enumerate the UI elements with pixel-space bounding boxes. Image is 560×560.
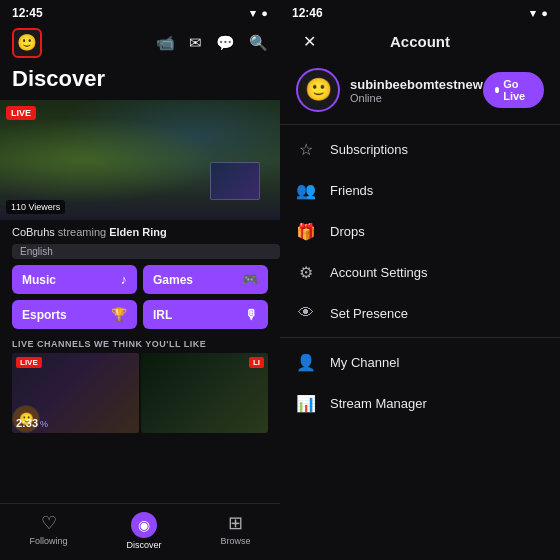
right-status-bar: 12:46 ▾ ●: [280, 0, 560, 24]
settings-icon: ⚙: [296, 263, 316, 282]
browse-label: Browse: [220, 536, 250, 546]
live-channels-label: LIVE CHANNELS WE THINK YOU'LL LIKE: [0, 337, 280, 353]
nav-browse[interactable]: ⊞ Browse: [220, 512, 250, 550]
menu-item-drops[interactable]: 🎁 Drops: [280, 211, 560, 252]
irl-icon: 🎙: [245, 307, 258, 322]
discover-icon: ◉: [131, 512, 157, 538]
divider-2: [280, 337, 560, 338]
left-top-bar: 🙂 📹 ✉ 💬 🔍: [0, 24, 280, 64]
following-icon: ♡: [41, 512, 57, 534]
account-title: Account: [390, 33, 450, 50]
following-label: Following: [29, 536, 67, 546]
games-icon: 🎮: [242, 272, 258, 287]
stream-manager-icon: 📊: [296, 394, 316, 413]
menu-item-stream-manager[interactable]: 📊 Stream Manager: [280, 383, 560, 424]
games-label: Games: [153, 273, 193, 287]
avatar[interactable]: 🙂: [296, 68, 340, 112]
top-icons: 📹 ✉ 💬 🔍: [156, 34, 268, 52]
account-settings-label: Account Settings: [330, 265, 428, 280]
avatar-button[interactable]: 🙂: [12, 28, 42, 58]
stream-info: CoBruhs streaming Elden Ring: [0, 220, 280, 242]
video-icon[interactable]: 📹: [156, 34, 175, 52]
music-category-button[interactable]: Music ♪: [12, 265, 137, 294]
esports-label: Esports: [22, 308, 67, 322]
irl-label: IRL: [153, 308, 172, 322]
browse-icon: ⊞: [228, 512, 243, 534]
games-category-button[interactable]: Games 🎮: [143, 265, 268, 294]
live-channels-grid: LIVE 🙂 LI: [0, 353, 280, 503]
profile-info: subinbeebomtestnew Online: [350, 77, 483, 104]
esports-category-button[interactable]: Esports 🏆: [12, 300, 137, 329]
right-wifi-icon: ▾: [530, 7, 536, 20]
divider-1: [280, 124, 560, 125]
live-channel-card-2[interactable]: LI: [141, 353, 268, 433]
avatar-small-1: 🙂: [12, 405, 40, 433]
signal-icon: ●: [261, 7, 268, 19]
menu-item-set-presence[interactable]: 👁 Set Presence: [280, 293, 560, 333]
irl-category-button[interactable]: IRL 🎙: [143, 300, 268, 329]
account-profile: 🙂 subinbeebomtestnew Online Go Live: [280, 62, 560, 120]
thumb-scene-1: LIVE 🙂: [12, 353, 139, 433]
live-badge-1: LIVE: [16, 357, 42, 368]
menu-item-subscriptions[interactable]: ☆ Subscriptions: [280, 129, 560, 170]
page-title: Discover: [0, 64, 280, 100]
game-name: Elden Ring: [109, 226, 166, 238]
bottom-nav: ♡ Following ◉ Discover ⊞ Browse: [0, 503, 280, 560]
mail-icon[interactable]: ✉: [189, 34, 202, 52]
chat-icon[interactable]: 💬: [216, 34, 235, 52]
subscriptions-label: Subscriptions: [330, 142, 408, 157]
profile-left: 🙂 subinbeebomtestnew Online: [296, 68, 483, 112]
nav-following[interactable]: ♡ Following: [29, 512, 67, 550]
hero-image: LIVE 110 Viewers: [0, 100, 280, 220]
menu-item-my-channel[interactable]: 👤 My Channel: [280, 342, 560, 383]
close-button[interactable]: ✕: [296, 28, 322, 54]
discover-label: Discover: [126, 540, 161, 550]
avatar-icon: 🙂: [305, 77, 332, 103]
menu-item-friends[interactable]: 👥 Friends: [280, 170, 560, 211]
music-icon: ♪: [121, 272, 128, 287]
right-status-icons: ▾ ●: [530, 7, 548, 20]
stream-manager-label: Stream Manager: [330, 396, 427, 411]
live-channel-card-1[interactable]: LIVE 🙂: [12, 353, 139, 433]
streamer-name: CoBruhs: [12, 226, 55, 238]
search-icon[interactable]: 🔍: [249, 34, 268, 52]
user-avatar-icon: 🙂: [17, 35, 37, 51]
left-time: 12:45: [12, 6, 43, 20]
presence-icon: 👁: [296, 304, 316, 322]
category-grid: Music ♪ Games 🎮 Esports 🏆 IRL 🎙: [0, 265, 280, 337]
my-channel-icon: 👤: [296, 353, 316, 372]
friends-icon: 👥: [296, 181, 316, 200]
account-header: ✕ Account: [280, 24, 560, 62]
online-status: Online: [350, 92, 483, 104]
go-live-button[interactable]: Go Live: [483, 72, 544, 108]
username: subinbeebomtestnew: [350, 77, 483, 92]
streaming-action: streaming: [58, 226, 106, 238]
subscriptions-icon: ☆: [296, 140, 316, 159]
go-live-label: Go Live: [503, 78, 532, 102]
account-menu: ☆ Subscriptions 👥 Friends 🎁 Drops ⚙ Acco…: [280, 129, 560, 560]
friends-label: Friends: [330, 183, 373, 198]
right-time: 12:46: [292, 6, 323, 20]
right-panel: 12:46 ▾ ● ✕ Account 🙂 subinbeebomtestnew…: [280, 0, 560, 560]
nav-discover[interactable]: ◉ Discover: [126, 512, 161, 550]
drops-icon: 🎁: [296, 222, 316, 241]
wifi-icon: ▾: [250, 7, 256, 20]
language-tag: English: [12, 244, 280, 259]
esports-icon: 🏆: [111, 307, 127, 322]
left-status-icons: ▾ ●: [250, 7, 268, 20]
menu-item-account-settings[interactable]: ⚙ Account Settings: [280, 252, 560, 293]
my-channel-label: My Channel: [330, 355, 399, 370]
viewers-badge: 110 Viewers: [6, 200, 65, 214]
set-presence-label: Set Presence: [330, 306, 408, 321]
drops-label: Drops: [330, 224, 365, 239]
hero-thumbnail: [210, 162, 260, 200]
thumb-scene-2: LI: [141, 353, 268, 433]
live-badge: LIVE: [6, 106, 36, 120]
left-status-bar: 12:45 ▾ ●: [0, 0, 280, 24]
left-panel: 12:45 ▾ ● 🙂 📹 ✉ 💬 🔍 Discover LIVE 110 Vi…: [0, 0, 280, 560]
music-label: Music: [22, 273, 56, 287]
live-dot-icon: [495, 87, 499, 93]
live-badge-2: LI: [249, 357, 264, 368]
close-icon: ✕: [303, 32, 316, 51]
right-signal-icon: ●: [541, 7, 548, 19]
